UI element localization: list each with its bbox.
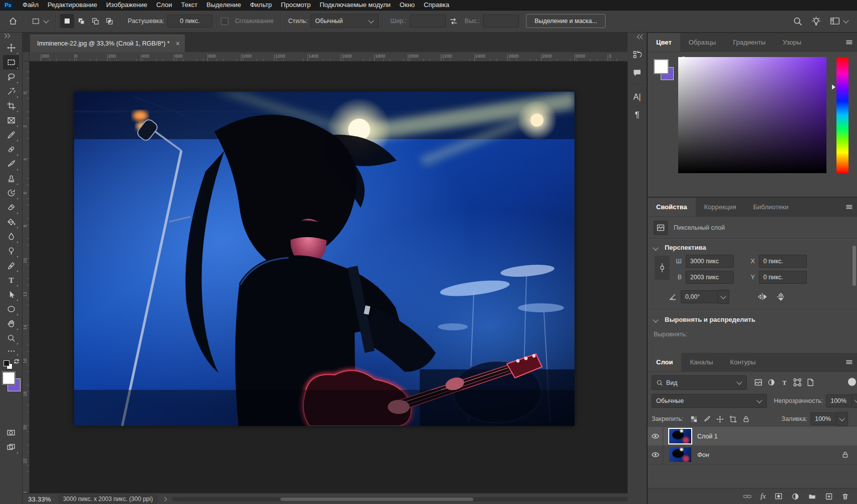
selection-mode-intersect[interactable]	[102, 14, 116, 28]
color-picker-cursor[interactable]	[680, 57, 687, 63]
menu-file[interactable]: Файл	[18, 0, 43, 10]
swap-dimensions-button[interactable]	[447, 14, 461, 28]
document-canvas[interactable]	[74, 92, 575, 426]
panel-menu-icon[interactable]	[845, 359, 853, 365]
panel-menu-icon[interactable]	[845, 204, 853, 210]
search-icon[interactable]	[793, 17, 802, 26]
horizontal-scrollbar[interactable]	[172, 497, 643, 501]
menu-filter[interactable]: Фильтр	[245, 0, 276, 10]
width-input[interactable]	[410, 15, 446, 28]
layer-effects-icon[interactable]: fx	[760, 492, 766, 500]
tab-layers[interactable]: Слои	[648, 353, 681, 371]
layer-name[interactable]: Фон	[697, 451, 709, 458]
height-input[interactable]	[483, 15, 519, 28]
new-layer-icon[interactable]	[825, 492, 833, 500]
selection-mode-subtract[interactable]	[88, 14, 102, 28]
hue-slider[interactable]	[836, 57, 848, 173]
ruler-corner[interactable]	[22, 52, 30, 62]
tool-clone-stamp[interactable]	[3, 171, 19, 186]
feather-input[interactable]: 0 пикс.	[167, 15, 212, 28]
antialias-checkbox[interactable]: Сглаживание	[221, 18, 276, 25]
tool-pen[interactable]	[3, 258, 19, 273]
fill-dropdown[interactable]	[836, 412, 848, 426]
tool-eraser[interactable]	[3, 200, 19, 215]
tool-rectangular-marquee[interactable]	[3, 55, 19, 70]
layer-row-1[interactable]: Слой 1	[648, 427, 857, 446]
horizontal-ruler[interactable]: 2000200400600800100012001400160018002000…	[29, 52, 628, 62]
lock-transparency-icon[interactable]	[687, 412, 700, 425]
tab-libraries[interactable]: Библиотеки	[745, 198, 797, 216]
menu-edit[interactable]: Редактирование	[43, 0, 102, 10]
tool-crop[interactable]	[3, 99, 19, 113]
workspace-switcher[interactable]	[830, 17, 849, 26]
tool-eyedropper[interactable]	[3, 128, 19, 142]
layer-thumbnail[interactable]	[669, 429, 691, 443]
comments-panel-icon[interactable]	[630, 65, 645, 80]
lock-pixels-icon[interactable]	[700, 412, 713, 425]
flip-vertical-icon[interactable]	[776, 293, 785, 301]
tab-patterns[interactable]: Узоры	[774, 33, 810, 52]
zoom-level-field[interactable]: 33.33%	[28, 495, 51, 503]
screen-mode-button[interactable]	[3, 440, 19, 454]
properties-scrollbar[interactable]	[852, 246, 856, 286]
saturation-brightness-field[interactable]	[678, 57, 826, 173]
tool-dodge[interactable]	[3, 244, 19, 258]
canvas-pasteboard[interactable]	[29, 61, 628, 493]
tool-gradient[interactable]	[3, 215, 19, 229]
align-section-header[interactable]: Выровнять и распределить	[654, 316, 755, 323]
fill-input[interactable]: 100%	[810, 412, 836, 425]
tool-brush[interactable]	[3, 157, 19, 171]
x-input[interactable]: 0 пикс.	[759, 255, 807, 268]
tab-channels[interactable]: Каналы	[681, 353, 721, 371]
opacity-dropdown[interactable]	[852, 394, 857, 408]
tab-color[interactable]: Цвет	[648, 33, 680, 52]
layer-thumbnail[interactable]	[669, 447, 691, 462]
filter-pixel-layers-icon[interactable]	[752, 376, 765, 389]
scrollbar-thumb[interactable]	[280, 497, 473, 501]
tool-preset-button[interactable]	[29, 14, 52, 28]
tool-blur[interactable]	[3, 229, 19, 244]
paragraph-panel-icon[interactable]: ¶	[630, 108, 645, 123]
height-input[interactable]: 2003 пикс	[686, 271, 734, 284]
tool-hand[interactable]	[3, 316, 19, 331]
new-adjustment-layer-icon[interactable]	[791, 492, 799, 500]
toolbar-edit-more[interactable]	[3, 345, 19, 356]
tool-move[interactable]	[3, 41, 19, 55]
flip-horizontal-icon[interactable]	[757, 293, 767, 301]
add-mask-icon[interactable]	[774, 492, 783, 500]
menu-help[interactable]: Справка	[419, 0, 454, 10]
layer-filter-select[interactable]: Вид	[652, 375, 747, 390]
link-dimensions-button[interactable]	[655, 256, 670, 280]
select-and-mask-button[interactable]: Выделение и маска...	[526, 14, 606, 28]
delete-layer-icon[interactable]	[841, 492, 849, 500]
vertical-ruler[interactable]: 024681012141618202224	[22, 61, 30, 493]
lock-artboard-icon[interactable]	[726, 412, 739, 425]
filter-smart-objects-icon[interactable]	[804, 376, 817, 389]
tool-path-selection[interactable]	[3, 287, 19, 302]
menu-window[interactable]: Окно	[395, 0, 419, 10]
selection-mode-add[interactable]	[74, 14, 88, 28]
discover-lightbulb-icon[interactable]	[811, 17, 821, 26]
tool-ellipse-shape[interactable]	[3, 302, 19, 316]
rotation-dropdown[interactable]	[718, 290, 729, 304]
layer-row-2[interactable]: Фон	[648, 445, 857, 464]
menu-select[interactable]: Выделение	[202, 0, 245, 10]
tool-history-brush[interactable]	[3, 186, 19, 200]
blend-mode-select[interactable]: Обычные	[652, 394, 767, 408]
tab-properties[interactable]: Свойства	[648, 198, 696, 216]
layer-visibility-toggle[interactable]	[648, 427, 663, 445]
swap-colors-icon[interactable]	[14, 358, 20, 364]
foreground-color-swatch[interactable]	[654, 59, 669, 74]
lock-all-icon[interactable]	[739, 412, 752, 425]
tool-zoom[interactable]	[3, 331, 19, 345]
layer-name[interactable]: Слой 1	[697, 433, 718, 440]
filter-toggle[interactable]	[848, 378, 856, 386]
lock-position-icon[interactable]	[713, 412, 726, 425]
tool-magic-wand[interactable]	[3, 84, 19, 99]
menu-layers[interactable]: Слои	[152, 0, 177, 10]
menu-type[interactable]: Текст	[177, 0, 202, 10]
foreground-color-swatch[interactable]	[2, 371, 16, 385]
layer-visibility-toggle[interactable]	[648, 445, 663, 464]
tab-paths[interactable]: Контуры	[722, 353, 764, 371]
rotation-input[interactable]: 0,00°	[681, 290, 718, 303]
